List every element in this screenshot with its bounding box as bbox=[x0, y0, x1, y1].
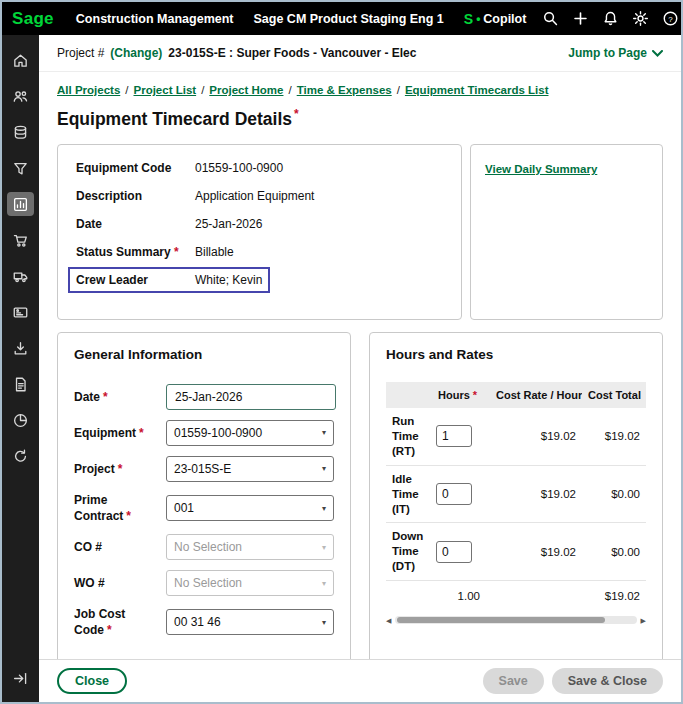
fleet-truck-icon[interactable] bbox=[7, 264, 34, 288]
table-row-run-time: Run Time (RT) $19.02 $19.02 bbox=[386, 408, 646, 465]
idle-time-hours-input[interactable] bbox=[436, 483, 472, 505]
cost-total-column-header: Cost Total bbox=[582, 382, 646, 408]
invoice-document-icon[interactable] bbox=[7, 372, 34, 396]
co-number-select-value: No Selection bbox=[174, 540, 242, 554]
detail-cards-row: General Information Date* Equipment* 015… bbox=[57, 332, 663, 659]
project-number-label: Project # bbox=[57, 46, 104, 60]
scroll-left-icon[interactable]: ◀ bbox=[386, 617, 391, 624]
summary-row-description: Description Application Equipment bbox=[68, 183, 322, 209]
copilot-button[interactable]: S • Copilot bbox=[464, 11, 527, 27]
projects-stack-icon[interactable] bbox=[7, 120, 34, 144]
chevron-down-icon: ▾ bbox=[322, 464, 326, 473]
empty-cell bbox=[386, 581, 430, 609]
breadcrumb-time-expenses[interactable]: Time & Expenses bbox=[297, 84, 392, 96]
summary-row-date: Date 25-Jan-2026 bbox=[68, 211, 270, 237]
chevron-down-icon: ▾ bbox=[322, 618, 326, 627]
table-row-idle-time: Idle Time (IT) $19.02 $0.00 bbox=[386, 465, 646, 523]
field-row-job-cost-code: Job Cost Code* 00 31 46 ▾ bbox=[74, 606, 334, 638]
page-title: Equipment Timecard Details* bbox=[57, 107, 663, 130]
copilot-dot-icon: • bbox=[476, 12, 480, 26]
navigation-sidebar bbox=[2, 35, 39, 702]
field-row-prime-contract: Prime Contract* 001 ▾ bbox=[74, 492, 334, 524]
search-icon[interactable] bbox=[542, 10, 559, 27]
daily-summary-card: View Daily Summary bbox=[470, 144, 663, 320]
horizontal-scrollbar[interactable]: ◀ ▶ bbox=[386, 616, 646, 624]
prime-contract-select[interactable]: 001 ▾ bbox=[166, 495, 334, 521]
down-time-hours-input[interactable] bbox=[436, 541, 472, 563]
help-icon[interactable]: ? bbox=[662, 10, 679, 27]
change-project-link[interactable]: (Change) bbox=[110, 46, 162, 60]
wo-number-select[interactable]: No Selection ▾ bbox=[166, 570, 334, 596]
summary-label: Date bbox=[76, 217, 195, 231]
co-number-select[interactable]: No Selection ▾ bbox=[166, 534, 334, 560]
breadcrumb: All Projects / Project List / Project Ho… bbox=[57, 84, 663, 96]
wo-number-select-value: No Selection bbox=[174, 576, 242, 590]
close-button[interactable]: Close bbox=[57, 668, 127, 694]
breadcrumb-separator: / bbox=[201, 84, 204, 96]
cost-total-value: $0.00 bbox=[582, 465, 646, 523]
view-daily-summary-link[interactable]: View Daily Summary bbox=[485, 163, 597, 175]
summary-row-status-summary: Status Summary * Billable bbox=[68, 239, 242, 265]
project-bar: Project # (Change) 23-015S-E : Super Foo… bbox=[39, 35, 681, 72]
cost-rate-column-header: Cost Rate / Hour bbox=[490, 382, 582, 408]
main-column: Project # (Change) 23-015S-E : Super Foo… bbox=[39, 35, 681, 702]
date-input[interactable] bbox=[166, 384, 336, 410]
summary-label: Crew Leader bbox=[76, 273, 195, 287]
general-information-card: General Information Date* Equipment* 015… bbox=[57, 332, 351, 659]
wo-number-label: WO # bbox=[74, 575, 163, 591]
sync-icon[interactable] bbox=[7, 444, 34, 468]
home-icon[interactable] bbox=[7, 48, 34, 72]
field-row-co-number: CO # No Selection ▾ bbox=[74, 534, 334, 560]
breadcrumb-equipment-timecards-list[interactable]: Equipment Timecards List bbox=[405, 84, 549, 96]
reports-pie-icon[interactable] bbox=[7, 408, 34, 432]
required-marker: * bbox=[473, 389, 477, 401]
breadcrumb-separator: / bbox=[397, 84, 400, 96]
procurement-cart-icon[interactable] bbox=[7, 228, 34, 252]
scrollbar-thumb[interactable] bbox=[397, 617, 604, 623]
summary-label: Status Summary * bbox=[76, 245, 195, 259]
equipment-select[interactable]: 01559-100-0900 ▾ bbox=[166, 420, 334, 446]
project-name: 23-015S-E : Super Foods - Vancouver - El… bbox=[168, 46, 416, 60]
summary-row-crew-leader[interactable]: Crew Leader White; Kevin bbox=[68, 267, 270, 293]
empty-cell bbox=[490, 581, 582, 609]
filter-funnel-icon[interactable] bbox=[7, 156, 34, 180]
breadcrumb-all-projects[interactable]: All Projects bbox=[57, 84, 120, 96]
table-row-total: 1.00 $19.02 bbox=[386, 581, 646, 609]
run-time-hours-input[interactable] bbox=[436, 425, 472, 447]
breadcrumb-project-list[interactable]: Project List bbox=[133, 84, 196, 96]
job-cost-code-select[interactable]: 00 31 46 ▾ bbox=[166, 609, 334, 635]
scroll-right-icon[interactable]: ▶ bbox=[641, 617, 646, 624]
timecard-summary-card: Equipment Code 01559-100-0900 Descriptio… bbox=[57, 144, 462, 320]
environment-name: Sage CM Product Staging Eng 1 bbox=[254, 12, 444, 26]
empty-header-cell bbox=[386, 382, 430, 408]
summary-value: White; Kevin bbox=[195, 273, 262, 287]
cost-total-value: $19.02 bbox=[582, 408, 646, 465]
required-marker: * bbox=[294, 107, 299, 121]
scrollbar-track[interactable] bbox=[395, 616, 636, 624]
sage-logo[interactable]: Sage bbox=[10, 9, 56, 29]
app-name: Construction Management bbox=[76, 12, 234, 26]
summary-cards-row: Equipment Code 01559-100-0900 Descriptio… bbox=[57, 144, 663, 320]
save-button[interactable]: Save bbox=[483, 668, 544, 694]
import-download-icon[interactable] bbox=[7, 336, 34, 360]
people-icon[interactable] bbox=[7, 84, 34, 108]
project-label: Project* bbox=[74, 461, 163, 477]
settings-gear-icon[interactable] bbox=[632, 10, 649, 27]
expand-sidebar-icon[interactable] bbox=[7, 666, 34, 690]
chevron-down-icon: ▾ bbox=[322, 543, 326, 552]
jump-to-page-menu[interactable]: Jump to Page bbox=[568, 46, 663, 60]
add-icon[interactable] bbox=[572, 10, 589, 27]
breadcrumb-project-home[interactable]: Project Home bbox=[209, 84, 283, 96]
chevron-down-icon: ▾ bbox=[322, 428, 326, 437]
summary-value: 25-Jan-2026 bbox=[195, 217, 262, 231]
field-row-wo-number: WO # No Selection ▾ bbox=[74, 570, 334, 596]
general-information-fields: Date* Equipment* 01559-100-0900 ▾ bbox=[74, 384, 334, 639]
topbar-icons: ? bbox=[542, 10, 683, 27]
badge-card-icon[interactable] bbox=[7, 300, 34, 324]
notifications-bell-icon[interactable] bbox=[602, 10, 619, 27]
equipment-timecards-icon[interactable] bbox=[7, 192, 34, 216]
save-and-close-button[interactable]: Save & Close bbox=[552, 668, 663, 694]
required-marker: * bbox=[118, 462, 123, 476]
project-select-value: 23-015S-E bbox=[174, 462, 231, 476]
project-select[interactable]: 23-015S-E ▾ bbox=[166, 456, 334, 482]
